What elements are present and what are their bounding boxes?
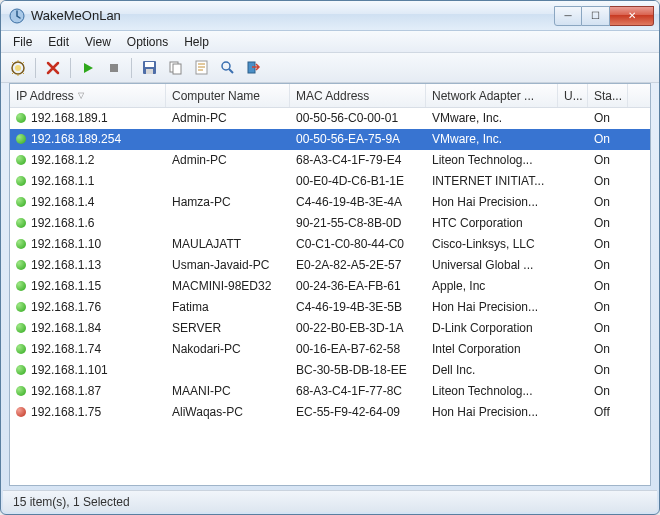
cell-adapter: D-Link Corporation — [426, 321, 558, 335]
toolbar-separator — [70, 58, 71, 78]
stop-scan-button[interactable] — [103, 57, 125, 79]
table-row[interactable]: 192.168.1.2Admin-PC68-A3-C4-1F-79-E4Lite… — [10, 150, 650, 171]
cell-status: On — [588, 132, 628, 146]
minimize-button[interactable]: ─ — [554, 6, 582, 26]
cell-status: On — [588, 258, 628, 272]
status-dot-icon — [16, 365, 26, 375]
cell-ip: 192.168.1.1 — [10, 174, 166, 188]
header-adapter[interactable]: Network Adapter ... — [426, 84, 558, 107]
maximize-button[interactable]: ☐ — [582, 6, 610, 26]
status-dot-icon — [16, 260, 26, 270]
table-row[interactable]: 192.168.1.100-E0-4D-C6-B1-1EINTERNET INI… — [10, 171, 650, 192]
device-list[interactable]: 192.168.189.1Admin-PC00-50-56-C0-00-01VM… — [10, 108, 650, 485]
status-dot-icon — [16, 281, 26, 291]
cell-mac: BC-30-5B-DB-18-EE — [290, 363, 426, 377]
cell-mac: 68-A3-C4-1F-77-8C — [290, 384, 426, 398]
header-computer-name[interactable]: Computer Name — [166, 84, 290, 107]
table-row[interactable]: 192.168.1.4Hamza-PCC4-46-19-4B-3E-4AHon … — [10, 192, 650, 213]
status-dot-icon — [16, 176, 26, 186]
menu-file[interactable]: File — [5, 33, 40, 51]
table-row[interactable]: 192.168.1.690-21-55-C8-8B-0DHTC Corporat… — [10, 213, 650, 234]
cell-ip: 192.168.1.75 — [10, 405, 166, 419]
table-row[interactable]: 192.168.1.15MACMINI-98ED3200-24-36-EA-FB… — [10, 276, 650, 297]
cell-adapter: Universal Global ... — [426, 258, 558, 272]
toolbar — [1, 53, 659, 83]
titlebar[interactable]: WakeMeOnLan ─ ☐ ✕ — [1, 1, 659, 31]
status-dot-icon — [16, 113, 26, 123]
table-row[interactable]: 192.168.1.87MAANI-PC68-A3-C4-1F-77-8CLit… — [10, 381, 650, 402]
menu-edit[interactable]: Edit — [40, 33, 77, 51]
table-row[interactable]: 192.168.1.74Nakodari-PC00-16-EA-B7-62-58… — [10, 339, 650, 360]
header-ip[interactable]: IP Address ▽ — [10, 84, 166, 107]
cell-adapter: Liteon Technolog... — [426, 153, 558, 167]
cell-adapter: INTERNET INITIAT... — [426, 174, 558, 188]
cell-status: On — [588, 342, 628, 356]
find-button[interactable] — [216, 57, 238, 79]
menu-options[interactable]: Options — [119, 33, 176, 51]
menu-help[interactable]: Help — [176, 33, 217, 51]
cell-adapter: Apple, Inc — [426, 279, 558, 293]
wake-button[interactable] — [7, 57, 29, 79]
cell-name: AliWaqas-PC — [166, 405, 290, 419]
cell-adapter: Intel Corporation — [426, 342, 558, 356]
cell-name: Hamza-PC — [166, 195, 290, 209]
cell-mac: 00-50-56-EA-75-9A — [290, 132, 426, 146]
table-row[interactable]: 192.168.189.1Admin-PC00-50-56-C0-00-01VM… — [10, 108, 650, 129]
cell-name: MAULAJATT — [166, 237, 290, 251]
cell-name: Admin-PC — [166, 111, 290, 125]
svg-point-10 — [222, 62, 230, 70]
table-row[interactable]: 192.168.1.10MAULAJATTC0-C1-C0-80-44-C0Ci… — [10, 234, 650, 255]
table-row[interactable]: 192.168.189.25400-50-56-EA-75-9AVMware, … — [10, 129, 650, 150]
header-status[interactable]: Sta... — [588, 84, 628, 107]
table-row[interactable]: 192.168.1.76FatimaC4-46-19-4B-3E-5BHon H… — [10, 297, 650, 318]
header-user[interactable]: U... — [558, 84, 588, 107]
status-dot-icon — [16, 386, 26, 396]
exit-button[interactable] — [242, 57, 264, 79]
table-row[interactable]: 192.168.1.75AliWaqas-PCEC-55-F9-42-64-09… — [10, 402, 650, 423]
status-text: 15 item(s), 1 Selected — [13, 495, 130, 509]
svg-point-2 — [15, 65, 21, 71]
status-dot-icon — [16, 407, 26, 417]
cell-name: MACMINI-98ED32 — [166, 279, 290, 293]
cell-ip: 192.168.1.74 — [10, 342, 166, 356]
cell-ip: 192.168.1.2 — [10, 153, 166, 167]
properties-button[interactable] — [190, 57, 212, 79]
status-dot-icon — [16, 134, 26, 144]
cell-ip: 192.168.189.254 — [10, 132, 166, 146]
save-button[interactable] — [138, 57, 160, 79]
cell-name: Usman-Javaid-PC — [166, 258, 290, 272]
cell-mac: 00-E0-4D-C6-B1-1E — [290, 174, 426, 188]
cell-ip: 192.168.1.101 — [10, 363, 166, 377]
cell-ip: 192.168.1.4 — [10, 195, 166, 209]
cell-ip: 192.168.189.1 — [10, 111, 166, 125]
copy-button[interactable] — [164, 57, 186, 79]
column-headers: IP Address ▽ Computer Name MAC Address N… — [10, 84, 650, 108]
start-scan-button[interactable] — [77, 57, 99, 79]
svg-rect-8 — [173, 64, 181, 74]
delete-button[interactable] — [42, 57, 64, 79]
close-button[interactable]: ✕ — [610, 6, 654, 26]
app-icon — [9, 8, 25, 24]
cell-ip: 192.168.1.87 — [10, 384, 166, 398]
cell-adapter: Cisco-Linksys, LLC — [426, 237, 558, 251]
cell-adapter: VMware, Inc. — [426, 111, 558, 125]
table-row[interactable]: 192.168.1.101BC-30-5B-DB-18-EEDell Inc.O… — [10, 360, 650, 381]
cell-status: On — [588, 384, 628, 398]
menu-view[interactable]: View — [77, 33, 119, 51]
cell-adapter: Hon Hai Precision... — [426, 300, 558, 314]
cell-mac: 68-A3-C4-1F-79-E4 — [290, 153, 426, 167]
cell-status: On — [588, 111, 628, 125]
cell-name: SERVER — [166, 321, 290, 335]
cell-status: On — [588, 237, 628, 251]
statusbar: 15 item(s), 1 Selected — [3, 490, 657, 512]
table-row[interactable]: 192.168.1.84SERVER00-22-B0-EB-3D-1AD-Lin… — [10, 318, 650, 339]
cell-status: On — [588, 279, 628, 293]
cell-mac: 90-21-55-C8-8B-0D — [290, 216, 426, 230]
cell-status: On — [588, 174, 628, 188]
svg-rect-6 — [146, 69, 153, 74]
status-dot-icon — [16, 218, 26, 228]
cell-adapter: Hon Hai Precision... — [426, 405, 558, 419]
cell-ip: 192.168.1.13 — [10, 258, 166, 272]
table-row[interactable]: 192.168.1.13Usman-Javaid-PCE0-2A-82-A5-2… — [10, 255, 650, 276]
header-mac[interactable]: MAC Address — [290, 84, 426, 107]
